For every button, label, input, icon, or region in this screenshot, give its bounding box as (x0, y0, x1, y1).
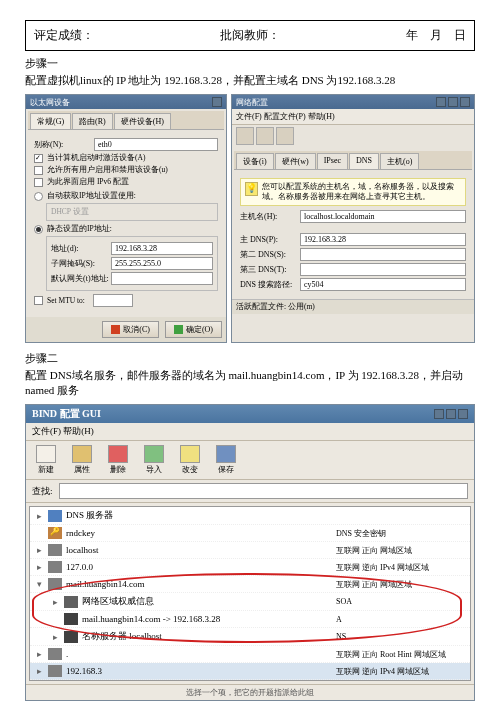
expand-icon[interactable]: ▸ (34, 649, 44, 659)
step2-desc: 配置 DNS域名服务，邮件服务器的域名为 mail.huangbin14.com… (25, 368, 475, 398)
zone-type: NS (336, 632, 466, 641)
search-label: 查找: (32, 485, 53, 498)
primary-dns-input[interactable]: 192.168.3.28 (300, 233, 466, 246)
copy-icon[interactable] (276, 127, 294, 145)
list-item[interactable]: ▸DNS 服务器 (30, 507, 470, 525)
info-icon: 💡 (245, 182, 258, 196)
maximize-icon[interactable] (448, 97, 458, 107)
list-item[interactable]: ▸.互联网 正向 Root Hint 网域区域 (30, 646, 470, 663)
step1-desc: 配置虚拟机linux的 IP 地址为 192.168.3.28，并配置主域名 D… (25, 73, 475, 88)
list-item[interactable]: ▾mail.huangbin14.com互联网 正向 网域区域 (30, 576, 470, 593)
list-item[interactable]: ▸名称服务器 localhostNS (30, 628, 470, 646)
eth-title: 以太网设备 (30, 97, 70, 108)
bind-status: 选择一个项，把它的开题指派给此组 (26, 684, 474, 700)
dns-search-input[interactable]: cy504 (300, 278, 466, 291)
tab-devices[interactable]: 设备(i) (236, 153, 274, 169)
zone-icon (48, 544, 62, 556)
expand-icon[interactable]: ▸ (34, 511, 44, 521)
zone-icon (64, 631, 78, 643)
cancel-icon (111, 325, 120, 334)
expand-icon[interactable]: ▾ (34, 579, 44, 589)
net-menubar[interactable]: 文件(F) 配置文件(P) 帮助(H) (232, 109, 474, 125)
cancel-button[interactable]: 取消(C) (102, 321, 159, 338)
bind-window: BIND 配置 GUI 文件(F) 帮助(H) 新建属性删除导入改变保存 查找:… (25, 404, 475, 701)
zone-icon (48, 665, 62, 677)
bind-toolbar: 新建属性删除导入改变保存 (26, 441, 474, 480)
tool-属性[interactable]: 属性 (68, 445, 96, 475)
eth-tabs: 常规(G) 路由(R) 硬件设备(H) (28, 111, 224, 130)
zone-name: mail.huangbin14.com -> 192.168.3.28 (82, 614, 336, 624)
netmask-input[interactable]: 255.255.255.0 (111, 257, 213, 270)
tool-保存[interactable]: 保存 (212, 445, 240, 475)
tab-hardware[interactable]: 硬件设备(H) (114, 113, 171, 129)
zone-name: 192.168.3 (66, 666, 336, 676)
tab-dns[interactable]: DNS (349, 153, 379, 169)
tool-删除[interactable]: 删除 (104, 445, 132, 475)
list-item[interactable]: 🔑rndckeyDNS 安全密钥 (30, 525, 470, 542)
netconfig-window: 网络配置 文件(F) 配置文件(P) 帮助(H) 设备(i) 硬件(w) IPs… (231, 94, 475, 343)
expand-icon[interactable]: ▸ (34, 666, 44, 676)
list-item[interactable]: mail.huangbin14.com -> 192.168.3.28A (30, 611, 470, 628)
net-status: 活跃配置文件: 公用(m) (232, 299, 474, 314)
bind-menubar[interactable]: 文件(F) 帮助(H) (26, 423, 474, 441)
tab-hardware[interactable]: 硬件(w) (275, 153, 316, 169)
minimize-icon[interactable] (434, 409, 444, 419)
list-item[interactable]: ▸192.168.3互联网 逆向 IPv4 网域区域 (30, 663, 470, 680)
mtu-input[interactable] (93, 294, 133, 307)
tertiary-dns-input[interactable] (300, 263, 466, 276)
new-icon[interactable] (236, 127, 254, 145)
close-icon[interactable] (458, 409, 468, 419)
expand-icon[interactable]: ▸ (50, 597, 60, 607)
zone-icon (48, 510, 62, 522)
expand-icon[interactable]: ▸ (34, 562, 44, 572)
zone-icon (64, 613, 78, 625)
list-item[interactable]: ▸127.0.0互联网 逆向 IPv4 网域区域 (30, 559, 470, 576)
ip-address-input[interactable]: 192.168.3.28 (111, 242, 213, 255)
zone-icon (48, 561, 62, 573)
zone-icon (64, 596, 78, 608)
zone-type: 互联网 正向 网域区域 (336, 545, 466, 556)
ethernet-window: 以太网设备 常规(G) 路由(R) 硬件设备(H) 别称(N): eth0 当计… (25, 94, 227, 343)
cb-set-mtu[interactable] (34, 296, 43, 305)
gateway-input[interactable] (111, 272, 213, 285)
zone-type: 互联网 逆向 IPv4 网域区域 (336, 666, 466, 677)
date-labels: 年 月 日 (406, 27, 466, 44)
radio-dhcp[interactable] (34, 192, 43, 201)
tool-改变[interactable]: 改变 (176, 445, 204, 475)
zone-list: ▸DNS 服务器🔑rndckeyDNS 安全密钥▸localhost互联网 正向… (29, 506, 471, 681)
tab-ipsec[interactable]: IPsec (317, 153, 348, 169)
minimize-icon[interactable] (436, 97, 446, 107)
list-item[interactable]: ▸网络区域权威信息SOA (30, 593, 470, 611)
tab-hosts[interactable]: 主机(o) (380, 153, 419, 169)
tool-导入[interactable]: 导入 (140, 445, 168, 475)
nickname-input[interactable]: eth0 (94, 138, 218, 151)
ok-button[interactable]: 确定(O) (165, 321, 222, 338)
grading-header: 评定成绩： 批阅教师： 年 月 日 (25, 20, 475, 51)
zone-type: A (336, 615, 466, 624)
nickname-label: 别称(N): (34, 139, 94, 150)
teacher-label: 批阅教师： (220, 27, 280, 44)
maximize-icon[interactable] (446, 409, 456, 419)
save-icon[interactable] (256, 127, 274, 145)
bind-title-text: BIND 配置 GUI (32, 407, 101, 421)
tab-general[interactable]: 常规(G) (30, 113, 71, 129)
list-item[interactable]: ▸localhost互联网 正向 网域区域 (30, 542, 470, 559)
zone-icon (48, 578, 62, 590)
eth-titlebar: 以太网设备 (26, 95, 226, 109)
cb-ipv6[interactable] (34, 178, 43, 187)
expand-icon[interactable]: ▸ (34, 545, 44, 555)
tab-route[interactable]: 路由(R) (72, 113, 113, 129)
cb-activate-on-boot[interactable] (34, 154, 43, 163)
radio-static[interactable] (34, 225, 43, 234)
zone-type: 互联网 逆向 IPv4 网域区域 (336, 562, 466, 573)
tool-新建[interactable]: 新建 (32, 445, 60, 475)
secondary-dns-input[interactable] (300, 248, 466, 261)
zone-type: 互联网 正向 Root Hint 网域区域 (336, 649, 466, 660)
search-input[interactable] (59, 483, 468, 499)
expand-icon[interactable]: ▸ (50, 632, 60, 642)
hostname-input[interactable]: localhost.localdomain (300, 210, 466, 223)
zone-name: mail.huangbin14.com (66, 579, 336, 589)
close-icon[interactable] (460, 97, 470, 107)
close-icon[interactable] (212, 97, 222, 107)
cb-allow-all-users[interactable] (34, 166, 43, 175)
